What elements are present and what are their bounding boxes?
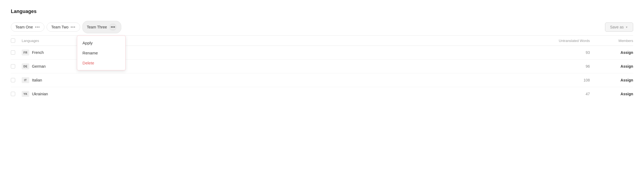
tab-team-two[interactable]: Team Two •••	[47, 22, 80, 32]
row-checkbox-cell-de	[11, 64, 22, 68]
save-as-dropdown-arrow-icon: ▼	[625, 26, 628, 29]
row-checkbox-uk[interactable]	[11, 92, 15, 96]
row-checkbox-de[interactable]	[11, 64, 15, 68]
members-cell-fr: Assign	[601, 50, 633, 55]
dropdown-apply-item[interactable]: Apply	[77, 38, 125, 48]
assign-button-uk[interactable]: Assign	[620, 92, 633, 96]
dropdown-rename-item[interactable]: Rename	[77, 48, 125, 58]
assign-button-de[interactable]: Assign	[620, 64, 633, 68]
lang-name-uk: Ukrainian	[32, 92, 48, 96]
untranslated-uk: 47	[311, 92, 601, 96]
team-three-dropdown-menu: Apply Rename Delete	[77, 35, 126, 70]
assign-button-it[interactable]: Assign	[620, 78, 633, 82]
lang-badge-uk: YK	[22, 91, 29, 97]
header-languages-col: Languages	[22, 38, 311, 43]
assign-button-fr[interactable]: Assign	[620, 50, 633, 55]
members-cell-uk: Assign	[601, 92, 633, 96]
members-cell-de: Assign	[601, 64, 633, 68]
lang-name-fr: French	[32, 50, 44, 55]
lang-cell-uk: YK Ukrainian	[22, 91, 311, 97]
save-as-label: Save as	[610, 25, 624, 29]
tab-team-two-menu-icon[interactable]: •••	[71, 25, 76, 29]
untranslated-it: 108	[311, 78, 601, 82]
lang-name-de: German	[32, 64, 46, 68]
untranslated-fr: 93	[311, 50, 601, 55]
header-untranslated-col: Untranslated Words	[311, 38, 601, 43]
table-row: IT Italian 108 Assign	[11, 73, 633, 87]
tab-team-three-menu-button[interactable]: •••	[109, 23, 117, 31]
lang-cell-it: IT Italian	[22, 77, 311, 83]
tab-team-one[interactable]: Team One •••	[11, 22, 44, 32]
tab-team-three-container: Team Three ••• Apply Rename Delete	[82, 21, 121, 33]
tabs-row: Team One ••• Team Two ••• Team Three •••…	[11, 21, 633, 33]
header-checkbox-cell	[11, 38, 22, 43]
tab-team-three-label: Team Three	[87, 25, 107, 29]
row-checkbox-cell-it	[11, 78, 22, 82]
untranslated-de: 96	[311, 64, 601, 68]
lang-badge-it: IT	[22, 77, 29, 83]
members-cell-it: Assign	[601, 78, 633, 82]
tab-team-one-label: Team One	[15, 25, 33, 29]
header-members-col: Members	[601, 38, 633, 43]
dropdown-delete-item[interactable]: Delete	[77, 58, 125, 68]
save-as-button[interactable]: Save as ▼	[605, 22, 633, 32]
tabs-left: Team One ••• Team Two ••• Team Three •••…	[11, 21, 121, 33]
tab-team-one-menu-icon[interactable]: •••	[35, 25, 40, 29]
tab-team-three[interactable]: Team Three •••	[82, 21, 121, 33]
lang-name-it: Italian	[32, 78, 42, 82]
row-checkbox-cell-uk	[11, 92, 22, 96]
table-row: YK Ukrainian 47 Assign	[11, 87, 633, 101]
lang-badge-de: DE	[22, 63, 29, 69]
tab-team-two-label: Team Two	[51, 25, 69, 29]
lang-cell-fr: FR French	[22, 50, 311, 55]
lang-badge-fr: FR	[22, 50, 29, 55]
lang-cell-de: DE German	[22, 63, 311, 69]
header-checkbox[interactable]	[11, 38, 15, 43]
row-checkbox-it[interactable]	[11, 78, 15, 82]
row-checkbox-fr[interactable]	[11, 50, 15, 55]
row-checkbox-cell-fr	[11, 50, 22, 55]
page-title: Languages	[11, 9, 633, 14]
